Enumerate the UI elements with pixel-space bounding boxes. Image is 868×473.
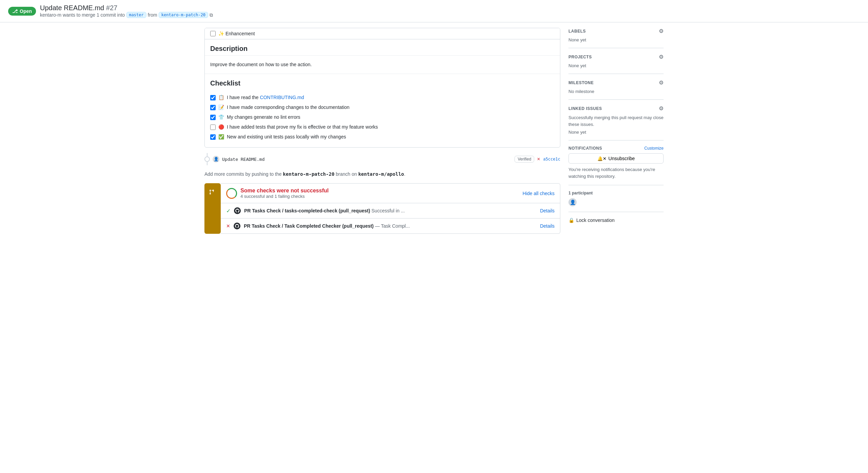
check-github-icon-2 [234, 223, 240, 229]
commit-message: Update README.md [222, 157, 265, 162]
open-badge-label: Open [20, 8, 32, 14]
description-heading: Description [205, 39, 560, 56]
checks-status-subtitle: 4 successful and 1 failing checks [240, 194, 329, 199]
commit-sha[interactable]: a5cce1c [543, 157, 560, 162]
checklist-emoji-1: 📋 [218, 94, 224, 101]
checklist-text-4: I have added tests that prove my fix is … [227, 124, 378, 131]
checks-box: Some checks were not successful 4 succes… [221, 183, 560, 234]
from-text: from [148, 12, 157, 18]
checklist-item-5: ✅ New and existing unit tests pass local… [210, 132, 555, 142]
enhancement-checkbox[interactable] [210, 31, 216, 36]
commit-author-avatar: 👤 [213, 156, 219, 163]
checklist-text-2: I have made corresponding changes to the… [227, 104, 349, 111]
checklist-text-1: I have read the CONTRIBUTING.md [227, 94, 304, 101]
labels-title: Labels [568, 29, 586, 34]
main-layout: ✨ Enhancement Description Improve the do… [196, 22, 672, 245]
checklist-emoji-4: 🔴 [218, 124, 224, 131]
checks-header: Some checks were not successful 4 succes… [221, 184, 560, 203]
linked-issues-description: Successfully merging this pull request m… [568, 114, 664, 128]
checks-status-title: Some checks were not successful [240, 188, 329, 194]
page-header: ⎇ Open Update README.md #27 kentaro-m wa… [0, 0, 868, 22]
check-status-1: Successful in ... [372, 208, 405, 213]
checklist-item-3: 👕 My changes generate no lint errors [210, 112, 555, 122]
pr-subtitle: kentaro-m wants to merge 1 commit into m… [40, 12, 213, 18]
sidebar-milestone-section: Milestone ⚙ No milestone [568, 74, 664, 100]
open-badge: ⎇ Open [8, 7, 36, 16]
check-name-1: PR Tasks Check / tasks-completed-check (… [244, 208, 537, 213]
timeline-dot [204, 156, 210, 162]
lock-conversation-link[interactable]: Lock conversation [576, 217, 615, 223]
check-status-2: — Task Compl... [375, 223, 410, 229]
contributing-link[interactable]: CONTRIBUTING.md [260, 95, 304, 100]
check-details-link-1[interactable]: Details [540, 208, 555, 213]
verified-badge: Verified [514, 156, 534, 163]
main-content: ✨ Enhancement Description Improve the do… [204, 28, 560, 239]
pr-action-text: wants to merge 1 commit into [63, 12, 125, 18]
git-merge-icon: ⎇ [12, 8, 18, 14]
participant-count: 1 participant [568, 191, 664, 195]
check-github-icon-1 [234, 207, 241, 214]
pr-author: kentaro-m [40, 12, 61, 18]
commit-x-icon: ✕ [537, 157, 540, 162]
sidebar: Labels ⚙ None yet Projects ⚙ None yet Mi… [568, 28, 664, 239]
checklist-checkbox-3[interactable] [210, 115, 216, 120]
projects-gear-icon[interactable]: ⚙ [659, 54, 664, 60]
checklist-item-2: 📝 I have made corresponding changes to t… [210, 102, 555, 112]
sidebar-labels-section: Labels ⚙ None yet [568, 28, 664, 48]
sidebar-notifications-section: Notifications Customize 🔔✕ Unsubscribe Y… [568, 140, 664, 185]
enhancement-label: ✨ Enhancement [218, 31, 255, 36]
sidebar-lock-section: 🔒 Lock conversation [568, 212, 664, 228]
participant-avatar: 👤 [568, 198, 577, 206]
target-branch[interactable]: master [126, 12, 146, 18]
checklist-checkbox-4[interactable] [210, 125, 216, 130]
checks-status-circle [226, 188, 237, 199]
checks-container: Some checks were not successful 4 succes… [204, 183, 560, 234]
merge-icon [209, 189, 217, 197]
projects-none-yet: None yet [568, 63, 586, 68]
checklist-text-5: New and existing unit tests pass locally… [227, 133, 346, 140]
check-row-2: ✕ PR Tasks Check / Task Completed Checke… [221, 219, 560, 233]
unsubscribe-button[interactable]: 🔔✕ Unsubscribe [568, 153, 664, 164]
checks-title-block: Some checks were not successful 4 succes… [240, 188, 329, 199]
lock-icon: 🔒 [568, 217, 574, 223]
pr-title: Update README.md #27 [40, 4, 117, 12]
bell-mute-icon: 🔔✕ [597, 156, 607, 161]
milestone-title: Milestone [568, 80, 594, 85]
check-details-link-2[interactable]: Details [540, 223, 555, 229]
check-name-2: PR Tasks Check / Task Completed Checker … [244, 223, 537, 229]
checklist-text-3: My changes generate no lint errors [227, 114, 300, 121]
enhancement-row: ✨ Enhancement [205, 28, 560, 39]
notifications-title: Notifications [568, 146, 602, 151]
hide-all-checks-link[interactable]: Hide all checks [523, 191, 555, 196]
checklist-item-1: 📋 I have read the CONTRIBUTING.md [210, 93, 555, 102]
check-fail-icon-2: ✕ [226, 223, 230, 229]
linked-issues-title: Linked issues [568, 106, 602, 111]
checklist-items: 📋 I have read the CONTRIBUTING.md 📝 I ha… [205, 90, 560, 147]
sidebar-milestone-header: Milestone ⚙ [568, 79, 664, 86]
checks-header-left: Some checks were not successful 4 succes… [226, 188, 329, 199]
sidebar-labels-header: Labels ⚙ [568, 28, 664, 34]
projects-title: Projects [568, 55, 592, 59]
commit-row: 👤 Update README.md Verified ✕ a5cce1c [213, 153, 560, 165]
check-success-icon-1: ✓ [226, 208, 231, 214]
description-text: Improve the document on how to use the a… [205, 56, 560, 74]
linked-issues-value: None yet [568, 130, 664, 135]
checklist-checkbox-5[interactable] [210, 134, 216, 140]
sidebar-projects-header: Projects ⚙ [568, 54, 664, 60]
labels-gear-icon[interactable]: ⚙ [659, 28, 664, 34]
copy-branch-icon[interactable]: ⧉ [210, 12, 213, 18]
checklist-item-4: 🔴 I have added tests that prove my fix i… [210, 122, 555, 132]
milestone-gear-icon[interactable]: ⚙ [659, 79, 664, 86]
check-row-1: ✓ PR Tasks Check / tasks-completed-check… [221, 203, 560, 219]
add-commits-notice: Add more commits by pushing to the kenta… [204, 168, 560, 183]
checks-icon [204, 183, 221, 234]
checklist-emoji-2: 📝 [218, 104, 224, 111]
sidebar-notifications-header: Notifications Customize [568, 146, 664, 151]
checklist-checkbox-2[interactable] [210, 105, 216, 110]
labels-none-yet: None yet [568, 37, 586, 42]
checklist-checkbox-1[interactable] [210, 95, 216, 100]
notifications-customize-link[interactable]: Customize [644, 146, 664, 151]
source-branch[interactable]: kentaro-m-patch-20 [159, 12, 208, 18]
linked-issues-gear-icon[interactable]: ⚙ [659, 105, 664, 112]
repo-text: kentaro-m/apollo [358, 171, 404, 177]
